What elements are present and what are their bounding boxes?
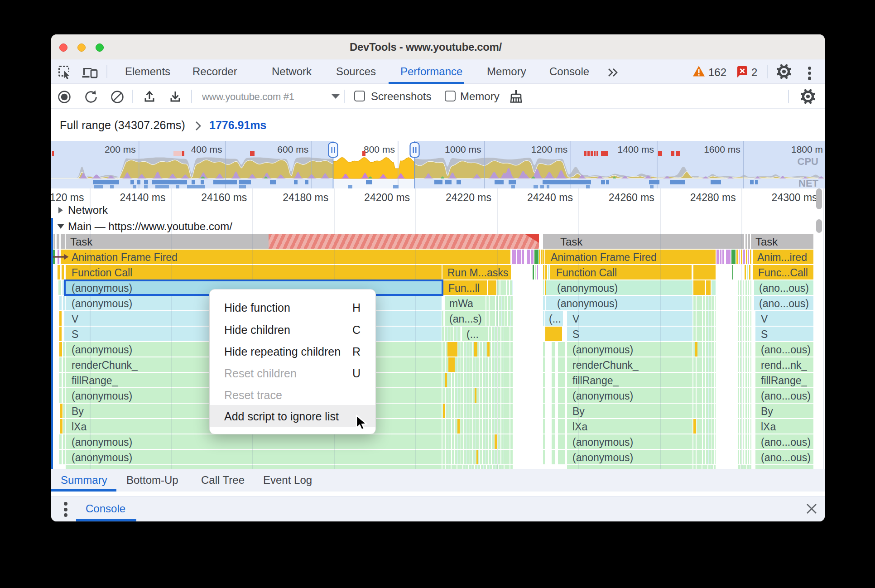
- svg-text:CPU: CPU: [798, 156, 818, 167]
- svg-text:600 ms: 600 ms: [277, 144, 308, 154]
- svg-text:1600 ms: 1600 ms: [704, 144, 740, 154]
- svg-text:1000 ms: 1000 ms: [445, 144, 481, 154]
- svg-text:200 ms: 200 ms: [105, 144, 136, 154]
- svg-text:1200 ms: 1200 ms: [531, 144, 568, 154]
- svg-text:800 ms: 800 ms: [364, 144, 395, 154]
- svg-text:400 ms: 400 ms: [191, 144, 222, 154]
- svg-text:1800 m: 1800 m: [791, 144, 823, 154]
- svg-text:NET: NET: [798, 178, 819, 188]
- svg-text:1400 ms: 1400 ms: [617, 144, 654, 154]
